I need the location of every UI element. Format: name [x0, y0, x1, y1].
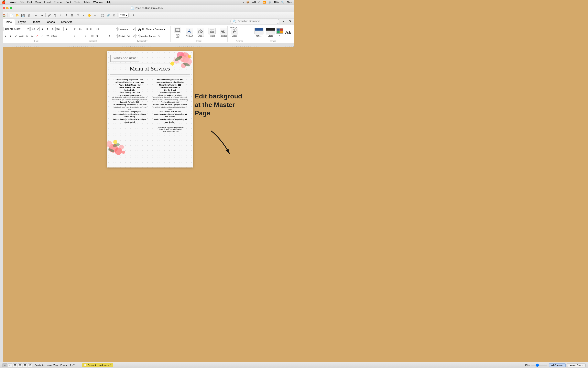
line-spacing[interactable]: ↕≡	[95, 27, 100, 31]
para-more[interactable]: ▾	[107, 34, 112, 38]
menubar: 🍎 Word File Edit View Insert Format Font…	[0, 0, 294, 4]
menu-help[interactable]: Help	[106, 1, 111, 4]
search-document-input[interactable]	[238, 20, 277, 23]
color-swatch-orange	[280, 31, 283, 34]
kerning-input[interactable]	[55, 27, 64, 31]
service-l-11: in addition to base make-up application …	[111, 106, 148, 110]
search-global-icon[interactable]: 🔍	[281, 1, 284, 4]
menu-table[interactable]: Table	[83, 1, 90, 4]
text-direction[interactable]: ⇅	[95, 34, 100, 38]
theme-black-label: Black	[268, 35, 273, 37]
menu-font[interactable]: Font	[66, 1, 71, 4]
menu-format[interactable]: Format	[54, 1, 62, 4]
align-center[interactable]: ⫶	[79, 34, 83, 38]
line-tool[interactable]: ╱	[81, 13, 86, 18]
insert-group: Text Box A WordArt Shape	[171, 26, 228, 42]
show-formatting[interactable]: ¶	[52, 13, 58, 18]
undo-button[interactable]: ↩	[33, 13, 39, 18]
strikethrough-button[interactable]: W	[46, 34, 50, 38]
picture-button[interactable]: Picture	[207, 27, 217, 38]
logo-box[interactable]: YOUR LOGO HERE	[110, 55, 139, 62]
document-content: YOUR LOGO HERE Menu of Services Bridal M…	[107, 51, 193, 133]
font-size-decrease[interactable]: ▼	[45, 27, 50, 31]
shape-button[interactable]: Shape	[195, 27, 206, 38]
open-button[interactable]: 📂	[14, 13, 20, 18]
font-color-btn[interactable]: A	[50, 27, 55, 31]
menu-tools[interactable]: Tools	[74, 1, 80, 4]
tab-charts[interactable]: Charts	[44, 19, 58, 25]
zoom-chevron: ▾	[126, 14, 127, 17]
search-document-box[interactable]: 🔍	[230, 18, 279, 24]
document-page[interactable]: YOUR LOGO HERE Menu of Services Bridal M…	[107, 51, 193, 167]
tab-tables[interactable]: Tables	[30, 19, 44, 25]
menu-window[interactable]: Window	[93, 1, 102, 4]
print-button[interactable]: 🖨	[26, 13, 31, 18]
wordart-button[interactable]: A WordArt	[184, 27, 194, 38]
ribbon-options[interactable]: ⚙	[287, 18, 292, 24]
menu-insert[interactable]: Insert	[44, 1, 51, 4]
new-button[interactable]: 📄	[9, 13, 14, 18]
stylistic-set-select[interactable]: Stylistic Set	[117, 34, 136, 38]
zoom-control[interactable]: 75% ▾	[119, 13, 129, 18]
hand-tool[interactable]: ✋	[87, 13, 92, 18]
zoom-value: 75%	[120, 14, 125, 17]
save-button[interactable]: 💾	[20, 13, 26, 18]
subscript-button[interactable]: A₂	[30, 34, 35, 38]
tab-smartart[interactable]: SmartArt	[58, 19, 75, 25]
wordart-icon: A	[186, 28, 193, 34]
app-menu-word[interactable]: Word	[10, 1, 17, 4]
columns[interactable]: ⋮⋮	[100, 34, 107, 38]
font-family-select[interactable]: Bell MT (Body)	[3, 27, 30, 31]
number-spacing-icon: 12	[142, 28, 144, 30]
text-box-button[interactable]: Text Box	[172, 26, 183, 39]
text-tool[interactable]: T	[64, 13, 69, 18]
zoom-percent[interactable]: 100%	[51, 34, 58, 38]
ribbon-collapse[interactable]: ▲	[281, 18, 286, 24]
theme-black-preview	[266, 28, 275, 34]
menu-view[interactable]: View	[35, 1, 41, 4]
theme-more-label[interactable]: ▾	[279, 34, 280, 37]
maximize-button[interactable]	[10, 7, 12, 9]
text-color-button[interactable]: A	[35, 34, 40, 38]
cursor-tool[interactable]: ↖	[58, 13, 63, 18]
indent-increase[interactable]: ≡→	[89, 27, 95, 31]
tab-layout[interactable]: Layout	[15, 19, 29, 25]
para-options[interactable]: ⋮	[101, 27, 105, 31]
bold-button[interactable]: B	[3, 34, 8, 38]
theme-black[interactable]: Black	[265, 28, 276, 37]
menu-file[interactable]: File	[20, 1, 24, 4]
bullets-button[interactable]: ≡•	[73, 27, 77, 31]
ligatures-select[interactable]: Ligatures	[117, 27, 136, 31]
all-caps-button[interactable]: ABC	[18, 34, 24, 38]
align-left[interactable]: ⫶←	[73, 34, 78, 38]
number-spacing-select[interactable]: Number Spacing	[145, 27, 166, 31]
shapes-tool[interactable]: □	[75, 13, 81, 18]
kerning-up[interactable]: ▲	[64, 27, 69, 31]
tab-home[interactable]: Home	[2, 19, 15, 25]
underline-button[interactable]: U	[13, 34, 18, 38]
number-forms-select[interactable]: Number Forms	[139, 34, 161, 38]
table-tool[interactable]: ⊞	[69, 13, 75, 18]
numbered-list[interactable]: ≡1	[78, 27, 83, 31]
theme-office[interactable]: Office	[254, 28, 264, 37]
apple-menu[interactable]: 🍎	[2, 0, 6, 4]
highlight-button[interactable]: A	[40, 34, 45, 38]
font-size-select[interactable]: 12	[30, 27, 39, 31]
superscript-button[interactable]: A²	[25, 34, 29, 38]
menu-edit[interactable]: Edit	[27, 1, 32, 4]
separator-1	[8, 13, 8, 17]
oval-tool[interactable]: ○	[92, 13, 98, 18]
reorder-button[interactable]: Reorder	[218, 27, 229, 38]
italic-button[interactable]: I	[8, 34, 13, 38]
minimize-button[interactable]	[6, 7, 9, 9]
format-painter[interactable]: 🖌	[47, 13, 52, 18]
frame-tool[interactable]: ⬚	[100, 13, 105, 18]
help-button[interactable]: ?	[131, 13, 136, 18]
justify[interactable]: ≡≡	[90, 34, 94, 38]
align-right[interactable]: ⫶→	[84, 34, 89, 38]
image-tool[interactable]: 🖼	[111, 13, 117, 18]
redo-button[interactable]: ↪	[39, 13, 44, 18]
indent-decrease[interactable]: ←≡	[83, 27, 89, 31]
link-tool[interactable]: 🔗	[106, 13, 111, 18]
font-size-increase[interactable]: ▲	[40, 27, 45, 31]
